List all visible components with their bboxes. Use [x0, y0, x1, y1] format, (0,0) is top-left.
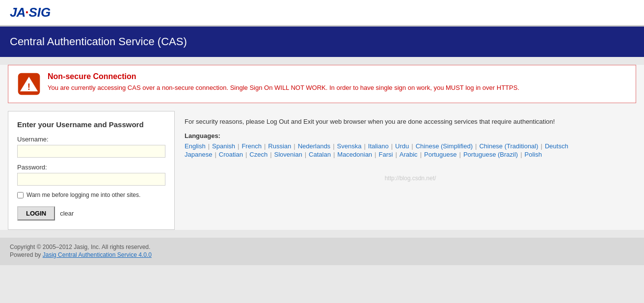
warn-checkbox[interactable]: [17, 192, 24, 198]
lang-chinese-traditional[interactable]: Chinese (Traditional): [479, 142, 538, 150]
logo-dot: ·: [25, 5, 28, 20]
logo-ja: JA: [10, 5, 25, 20]
content-area: Enter your Username and Password Usernam…: [8, 111, 636, 230]
languages-section: Languages: English | Spanish | French | …: [185, 132, 636, 158]
right-panel: For security reasons, please Log Out and…: [185, 111, 636, 230]
login-button[interactable]: LOGIN: [17, 206, 55, 220]
button-row: LOGIN clear: [17, 206, 165, 220]
title-bar: Central Authentication Service (CAS): [0, 27, 644, 57]
main-wrapper: ! Non-secure Connection You are currentl…: [0, 65, 644, 230]
lang-arabic[interactable]: Arabic: [400, 151, 418, 158]
login-heading: Enter your Username and Password: [17, 120, 165, 129]
lang-czech[interactable]: Czech: [249, 151, 268, 158]
lang-catalan[interactable]: Catalan: [309, 151, 331, 158]
lang-chinese-simplified[interactable]: Chinese (Simplified): [416, 142, 473, 150]
lang-italiano[interactable]: Italiano: [368, 142, 389, 150]
lang-portuguese-brazil[interactable]: Portuguese (Brazil): [463, 151, 518, 158]
powered-by-link[interactable]: Jasig Central Authentication Service 4.0…: [43, 251, 152, 258]
login-panel: Enter your Username and Password Usernam…: [8, 111, 175, 230]
languages-label: Languages:: [185, 132, 636, 139]
footer: Copyright © 2005–2012 Jasig, Inc. All ri…: [0, 238, 644, 265]
lang-deutsch[interactable]: Deutsch: [545, 142, 568, 150]
lang-slovenian[interactable]: Slovenian: [274, 151, 302, 158]
clear-button[interactable]: clear: [60, 210, 74, 217]
warning-message: You are currently accessing CAS over a n…: [48, 84, 519, 91]
lang-japanese[interactable]: Japanese: [185, 151, 212, 158]
top-bar: JA·SIG: [0, 0, 644, 27]
lang-farsi[interactable]: Farsi: [378, 151, 393, 158]
languages-row-2: Japanese | Croatian | Czech | Slovenian …: [185, 151, 636, 158]
password-label: Password:: [17, 164, 165, 171]
warn-checkbox-label: Warn me before logging me into other sit…: [27, 192, 140, 198]
lang-english[interactable]: English: [185, 142, 206, 150]
security-note: For security reasons, please Log Out and…: [185, 118, 636, 125]
lang-polish[interactable]: Polish: [525, 151, 542, 158]
languages-row-1: English | Spanish | French | Russian | N…: [185, 142, 636, 150]
username-input[interactable]: [17, 145, 165, 158]
lang-nederlands[interactable]: Nederlands: [298, 142, 331, 150]
warn-checkbox-row: Warn me before logging me into other sit…: [17, 192, 165, 198]
lang-spanish[interactable]: Spanish: [212, 142, 235, 150]
svg-text:!: !: [27, 82, 30, 92]
lang-urdu[interactable]: Urdu: [395, 142, 409, 150]
watermark: http://blog.csdn.net/: [185, 173, 636, 184]
lang-macedonian[interactable]: Macedonian: [337, 151, 372, 158]
warning-icon: !: [17, 72, 41, 96]
warning-heading: Non-secure Connection: [48, 72, 519, 81]
logo: JA·SIG: [10, 5, 634, 20]
password-input[interactable]: [17, 173, 165, 186]
powered-by-text: Powered by Jasig Central Authentication …: [10, 251, 634, 258]
page-title: Central Authentication Service (CAS): [10, 35, 634, 48]
warning-box: ! Non-secure Connection You are currentl…: [8, 65, 636, 103]
lang-croatian[interactable]: Croatian: [219, 151, 243, 158]
copyright-text: Copyright © 2005–2012 Jasig, Inc. All ri…: [10, 244, 634, 250]
warning-content: Non-secure Connection You are currently …: [48, 72, 519, 91]
logo-sig: SIG: [28, 5, 51, 20]
lang-french[interactable]: French: [242, 142, 261, 150]
lang-svenska[interactable]: Svenska: [337, 142, 362, 150]
username-label: Username:: [17, 136, 165, 143]
lang-russian[interactable]: Russian: [268, 142, 291, 150]
lang-portuguese[interactable]: Portuguese: [424, 151, 457, 158]
